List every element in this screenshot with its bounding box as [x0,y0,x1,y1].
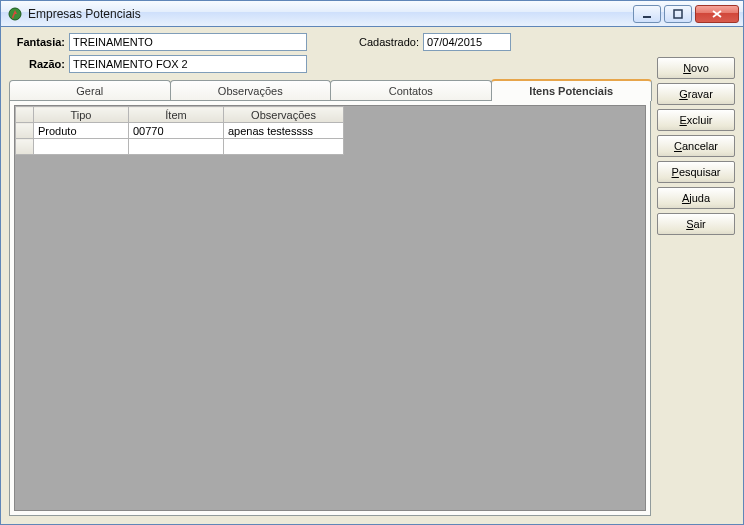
fantasia-input[interactable] [69,33,307,51]
ajuda-button[interactable]: Ajuda [657,187,735,209]
razao-label: Razão: [9,58,69,70]
window-title: Empresas Potenciais [28,7,633,21]
action-buttons: Novo Gravar Excluir Cancelar Pesquisar A… [657,55,735,516]
excluir-button[interactable]: Excluir [657,109,735,131]
app-icon [7,6,23,22]
fantasia-label: Fantasia: [9,36,69,48]
grid-cell-tipo[interactable]: Produto [34,123,129,139]
items-grid[interactable]: Tipo Ítem Observações Produto 00770 apen… [14,105,646,511]
cadastrado-label: Cadastrado: [343,36,423,48]
window-controls [633,5,739,23]
grid-cell-observacoes[interactable] [224,139,344,155]
grid-col-tipo[interactable]: Tipo [34,107,129,123]
grid-row[interactable] [16,139,344,155]
pesquisar-button[interactable]: Pesquisar [657,161,735,183]
tab-observacoes[interactable]: Observações [170,80,332,100]
cadastrado-input[interactable] [423,33,511,51]
left-column: Razão: Geral Observações Contatos Itens … [9,55,651,516]
grid-row[interactable]: Produto 00770 apenas testessss [16,123,344,139]
tab-strip: Geral Observações Contatos Itens Potenci… [9,79,651,100]
maximize-button[interactable] [664,5,692,23]
novo-button[interactable]: Novo [657,57,735,79]
sair-button[interactable]: Sair [657,213,735,235]
title-bar: Empresas Potenciais [0,0,744,27]
grid-corner [16,107,34,123]
tab-pane-itens-potenciais: Tipo Ítem Observações Produto 00770 apen… [9,100,651,516]
cancelar-button[interactable]: Cancelar [657,135,735,157]
grid-cell-observacoes[interactable]: apenas testessss [224,123,344,139]
svg-rect-1 [643,16,651,18]
main-row: Razão: Geral Observações Contatos Itens … [9,55,735,516]
gravar-button[interactable]: Gravar [657,83,735,105]
grid-row-header[interactable] [16,139,34,155]
tab-contatos[interactable]: Contatos [330,80,492,100]
header-row-1: Fantasia: Cadastrado: [9,33,735,51]
close-button[interactable] [695,5,739,23]
grid-cell-tipo[interactable] [34,139,129,155]
client-area: Fantasia: Cadastrado: Razão: Geral Obser… [0,27,744,525]
razao-input[interactable] [69,55,307,73]
header-row-2: Razão: [9,55,651,73]
grid-col-item[interactable]: Ítem [129,107,224,123]
grid-col-observacoes[interactable]: Observações [224,107,344,123]
tab-geral[interactable]: Geral [9,80,171,100]
grid-row-header[interactable] [16,123,34,139]
grid-cell-item[interactable]: 00770 [129,123,224,139]
svg-rect-2 [674,10,682,18]
minimize-button[interactable] [633,5,661,23]
grid-cell-item[interactable] [129,139,224,155]
tab-itens-potenciais[interactable]: Itens Potenciais [491,79,653,101]
